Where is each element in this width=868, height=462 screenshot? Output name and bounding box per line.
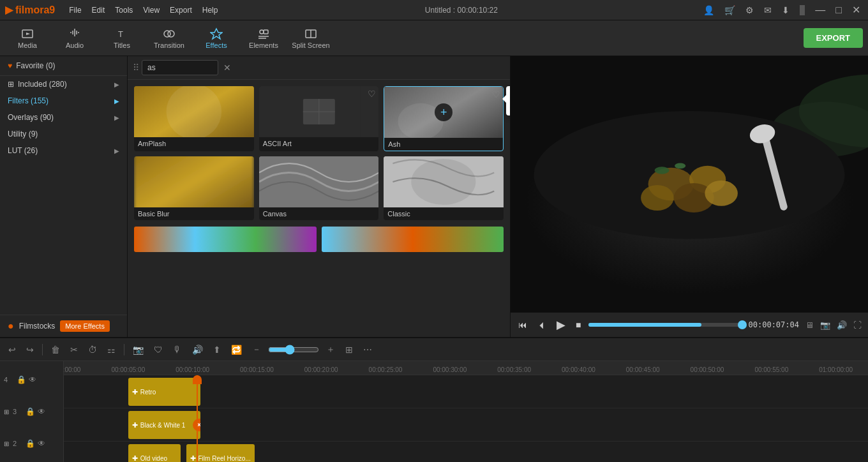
progress-bar[interactable] bbox=[588, 323, 743, 327]
cart-icon[interactable]: 🛒 bbox=[722, 4, 738, 17]
settings-button[interactable]: ⚏ bbox=[104, 343, 119, 356]
plus-zoom[interactable]: ＋ bbox=[323, 343, 338, 357]
category-utility[interactable]: Utility (9) bbox=[0, 126, 127, 142]
track-row-2: ✚ Old video ✚ Film Reel Horizo... bbox=[64, 442, 868, 462]
delete-button[interactable]: 🗑 bbox=[48, 343, 63, 356]
undo-button[interactable]: ↩ bbox=[5, 343, 19, 356]
mic-button[interactable]: 🎙 bbox=[170, 343, 185, 356]
timeline-cursor-head bbox=[193, 375, 202, 384]
cut-button[interactable]: ✂ bbox=[67, 343, 81, 356]
preview-video bbox=[511, 56, 868, 312]
filters-chevron-right: ▶ bbox=[114, 98, 119, 105]
track-2-eye[interactable]: 👁 bbox=[38, 439, 45, 448]
effect-card-classic[interactable]: Classic bbox=[384, 156, 504, 220]
svg-marker-1 bbox=[26, 33, 30, 35]
track-2-grid-icon: ⊞ bbox=[4, 440, 9, 447]
classic-name: Classic bbox=[384, 207, 504, 220]
timeline-ruler-and-tracks: 00:00:00:00 00:00:05:00 00:00:10:00 00:0… bbox=[64, 361, 868, 462]
export-button[interactable]: EXPORT bbox=[804, 28, 863, 48]
ascii-heart-icon[interactable]: ♡ bbox=[368, 89, 376, 99]
toolbar-media[interactable]: Media bbox=[5, 22, 50, 54]
track-num-2: 2 bbox=[13, 440, 23, 447]
menu-export[interactable]: Export bbox=[166, 4, 196, 16]
stop-button[interactable]: ■ bbox=[573, 318, 583, 331]
clip-retro[interactable]: ✚ Retro bbox=[128, 378, 200, 406]
ruler-mark-25: 00:00:25:00 bbox=[369, 366, 403, 373]
ruler-mark-20: 00:00:20:00 bbox=[304, 366, 338, 373]
voice-button[interactable]: 🔊 bbox=[189, 343, 206, 356]
effects-label: Effects bbox=[206, 41, 227, 49]
more-options-button[interactable]: ⋯ bbox=[360, 343, 375, 356]
effect-card-canvas[interactable]: Canvas bbox=[259, 156, 379, 220]
camera-button[interactable]: 📷 bbox=[130, 343, 147, 356]
category-lut[interactable]: LUT (26) ▶ bbox=[0, 142, 127, 159]
ruler-mark-0: 00:00:00:00 bbox=[64, 366, 80, 373]
track-4-eye[interactable]: 👁 bbox=[29, 375, 36, 384]
user-icon[interactable]: 👤 bbox=[701, 4, 717, 17]
effect-card-ascii[interactable]: ♡ ASCII Art bbox=[259, 86, 379, 151]
toolbar-split-screen[interactable]: Split Screen bbox=[288, 22, 333, 54]
menu-edit[interactable]: Edit bbox=[88, 4, 109, 16]
clip-ov-label: Old video bbox=[140, 455, 167, 462]
track-3-eye[interactable]: 👁 bbox=[38, 407, 45, 416]
effect-card-basic-blur[interactable]: Basic Blur bbox=[134, 156, 254, 220]
effect-card-amplash[interactable]: AmPlash bbox=[134, 86, 254, 151]
effect-card-ash[interactable]: ♡ + Ash bbox=[384, 86, 504, 151]
skip-back-button[interactable]: ⏮ bbox=[516, 318, 530, 331]
toolbar-audio[interactable]: Audio bbox=[52, 22, 97, 54]
search-clear-button[interactable]: ✕ bbox=[221, 63, 234, 73]
menu-file[interactable]: File bbox=[65, 4, 85, 16]
settings-icon[interactable]: ⚙ bbox=[743, 4, 756, 17]
download-icon[interactable]: ⬇ bbox=[779, 4, 792, 17]
menu-help[interactable]: Help bbox=[198, 4, 222, 16]
main-area: ♥ Favorite (0) ⊞ Included (280) ▶ Filter… bbox=[0, 56, 868, 337]
ash-add-icon[interactable]: + bbox=[435, 103, 453, 121]
svg-point-31 bbox=[641, 185, 674, 211]
track-2-lock[interactable]: 🔒 bbox=[26, 439, 35, 448]
menu-view[interactable]: View bbox=[139, 4, 163, 16]
effects-search-input[interactable] bbox=[142, 60, 218, 75]
overlays-chevron-right: ▶ bbox=[114, 114, 119, 121]
toolbar-elements[interactable]: Elements bbox=[241, 22, 286, 54]
monitor-icon[interactable]: 🖥 bbox=[804, 319, 815, 331]
redo-button[interactable]: ↪ bbox=[23, 343, 37, 356]
category-overlays[interactable]: Overlays (90) ▶ bbox=[0, 109, 127, 126]
category-included[interactable]: ⊞ Included (280) ▶ bbox=[0, 76, 127, 93]
play-button[interactable]: ▶ bbox=[554, 317, 568, 333]
track-3-lock[interactable]: 🔒 bbox=[26, 407, 35, 416]
clip-old-video[interactable]: ✚ Old video bbox=[128, 444, 181, 462]
divider bbox=[800, 5, 805, 15]
favorite-row[interactable]: ♥ Favorite (0) bbox=[0, 56, 127, 76]
fullscreen-icon[interactable]: ⛶ bbox=[852, 319, 863, 331]
timeline-cursor[interactable] bbox=[197, 375, 198, 462]
shield-button[interactable]: 🛡 bbox=[151, 343, 166, 356]
track-labels: 4 🔒 👁 ⊞ 3 🔒 👁 ⊞ 2 🔒 👁 bbox=[0, 361, 64, 462]
menu-tools[interactable]: Tools bbox=[111, 4, 137, 16]
ash-card-wrapper: ♡ + Ash Ash Drag to the timeline to appl… bbox=[384, 86, 504, 151]
toolbar-titles[interactable]: T Titles bbox=[100, 22, 144, 54]
toolbar-effects[interactable]: Effects bbox=[194, 22, 239, 54]
minimize-button[interactable]: — bbox=[812, 3, 828, 17]
minus-zoom[interactable]: － bbox=[249, 343, 264, 357]
track-layout-button[interactable]: ⊞ bbox=[342, 343, 356, 356]
progress-handle[interactable] bbox=[738, 320, 747, 329]
timeline-ruler[interactable]: 00:00:00:00 00:00:05:00 00:00:10:00 00:0… bbox=[64, 361, 868, 375]
loop-button[interactable]: 🔁 bbox=[228, 343, 245, 356]
import-button[interactable]: ⬆ bbox=[210, 343, 224, 356]
category-filters[interactable]: Filters (155) ▶ bbox=[0, 93, 127, 109]
clip-bw-label: Black & White 1 bbox=[140, 422, 186, 429]
maximize-button[interactable]: □ bbox=[833, 3, 844, 17]
snapshot-icon[interactable]: 📷 bbox=[819, 319, 832, 331]
track-4-lock[interactable]: 🔒 bbox=[17, 375, 26, 384]
preview-extra: 🖥 📷 🔊 ⛶ bbox=[804, 319, 863, 331]
time-button[interactable]: ⏱ bbox=[85, 343, 100, 356]
clip-black-white[interactable]: ✚ Black & White 1 ✕ bbox=[128, 411, 200, 439]
close-button[interactable]: ✕ bbox=[849, 3, 863, 17]
step-back-button[interactable]: ⏴ bbox=[535, 318, 549, 331]
mail-icon[interactable]: ✉ bbox=[761, 4, 774, 17]
zoom-slider[interactable] bbox=[268, 345, 319, 355]
ash-heart-icon[interactable]: ♡ bbox=[492, 89, 500, 100]
volume-icon[interactable]: 🔊 bbox=[835, 319, 848, 331]
more-effects-button[interactable]: More Effects bbox=[60, 320, 110, 332]
toolbar-transition[interactable]: Transition bbox=[147, 22, 191, 54]
